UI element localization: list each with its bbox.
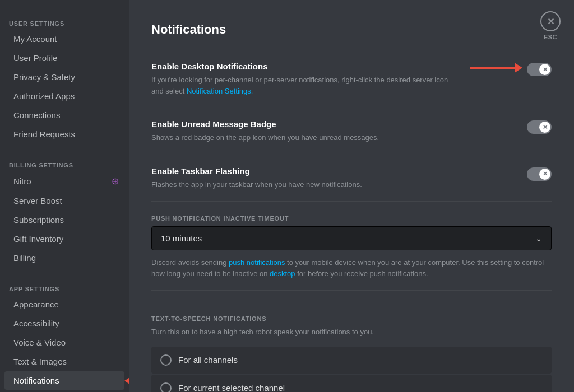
push-timeout-dropdown[interactable]: 10 minutes ⌄ [151, 226, 552, 250]
push-description: Discord avoids sending push notification… [151, 257, 552, 279]
radio-outer-all [160, 354, 172, 366]
tts-section: Text-To-Speech Notifications Turn this o… [151, 290, 552, 392]
chevron-down-icon: ⌄ [535, 234, 542, 243]
sidebar-section-user-settings: User Settings [0, 11, 129, 29]
desktop-notifications-text: Enable Desktop Notifications If you're l… [151, 62, 470, 96]
taskbar-flashing-label: Enable Taskbar Flashing [151, 166, 516, 176]
sidebar-item-connections[interactable]: Connections [4, 106, 124, 124]
notification-settings-link[interactable]: Notification Settings. [187, 87, 253, 95]
toggle-knob-2: ✕ [539, 122, 550, 133]
push-section-header: Push Notification Inactive Timeout [151, 215, 552, 222]
sidebar-item-nitro[interactable]: Nitro ⊕ [4, 171, 124, 191]
unread-badge-label: Enable Unread Message Badge [151, 119, 516, 129]
nitro-icon: ⊕ [112, 176, 119, 186]
unread-badge-text: Enable Unread Message Badge Shows a red … [151, 119, 527, 143]
esc-label: ESC [544, 34, 557, 40]
sidebar-item-subscriptions[interactable]: Subscriptions [4, 211, 124, 229]
desktop-notifications-label: Enable Desktop Notifications [151, 62, 459, 71]
toggle-track-2: ✕ [527, 120, 552, 134]
toggle-x-icon: ✕ [543, 66, 548, 73]
unread-badge-toggle[interactable]: ✕ [527, 120, 552, 134]
sidebar-item-appearance[interactable]: Appearance [4, 295, 124, 314]
push-notifications-link: push notifications [229, 258, 285, 267]
taskbar-flashing-toggle[interactable]: ✕ [527, 167, 552, 181]
toggle-arrow-indicator [470, 63, 522, 73]
sidebar-item-server-boost[interactable]: Server Boost [4, 192, 124, 210]
radio-all-channels[interactable]: For all channels [151, 347, 552, 374]
sidebar-item-accessibility[interactable]: Accessibility [4, 314, 124, 333]
toggle-x-icon-2: ✕ [543, 124, 548, 131]
desktop-notifications-row: Enable Desktop Notifications If you're l… [151, 50, 552, 108]
desktop-notifications-desc: If you're looking for per-channel or per… [151, 74, 459, 96]
main-content: ✕ ESC Notifications Enable Desktop Notif… [129, 0, 574, 392]
sidebar-section-billing-settings: Billing Settings [0, 153, 129, 171]
sidebar-item-friend-requests[interactable]: Friend Requests [4, 125, 124, 143]
radio-current-channel[interactable]: For current selected channel [151, 375, 552, 393]
sidebar-section-app-settings: App Settings [0, 277, 129, 295]
sidebar-item-text-images[interactable]: Text & Images [4, 352, 124, 371]
sidebar-divider-2 [9, 272, 120, 272]
sidebar-item-my-account[interactable]: My Account [4, 30, 124, 48]
tts-section-header: Text-To-Speech Notifications [151, 315, 552, 322]
sidebar: User Settings My Account User Profile Pr… [0, 0, 129, 392]
desktop-notifications-toggle[interactable]: ✕ [527, 63, 552, 76]
radio-label-current: For current selected channel [178, 383, 285, 392]
nitro-label: Nitro [13, 176, 31, 186]
dropdown-value: 10 minutes [161, 234, 202, 243]
taskbar-flashing-text: Enable Taskbar Flashing Flashes the app … [151, 166, 527, 190]
notifications-label: Notifications [13, 376, 59, 385]
sidebar-arrow-indicator [124, 376, 129, 386]
sidebar-item-gift-inventory[interactable]: Gift Inventory [4, 230, 124, 248]
unread-badge-desc: Shows a red badge on the app icon when y… [151, 132, 516, 143]
toggle-x-icon-3: ✕ [543, 170, 548, 178]
toggle-knob: ✕ [539, 64, 550, 75]
push-section: Push Notification Inactive Timeout 10 mi… [151, 215, 552, 279]
taskbar-flashing-desc: Flashes the app in your taskbar when you… [151, 179, 516, 190]
esc-circle-icon: ✕ [540, 11, 561, 31]
radio-label-all: For all channels [178, 355, 238, 365]
page-title: Notifications [151, 22, 552, 37]
esc-button[interactable]: ✕ ESC [540, 11, 561, 40]
tts-description: Turn this on to have a high tech robot s… [151, 326, 552, 338]
taskbar-flashing-row: Enable Taskbar Flashing Flashes the app … [151, 155, 552, 202]
toggle-track-3: ✕ [527, 167, 552, 181]
sidebar-item-billing[interactable]: Billing [4, 249, 124, 267]
toggle-track: ✕ [527, 63, 552, 76]
sidebar-item-privacy-safety[interactable]: Privacy & Safety [4, 68, 124, 86]
sidebar-item-voice-video[interactable]: Voice & Video [4, 333, 124, 352]
toggle-knob-3: ✕ [539, 169, 550, 180]
sidebar-item-user-profile[interactable]: User Profile [4, 49, 124, 67]
sidebar-item-authorized-apps[interactable]: Authorized Apps [4, 87, 124, 105]
unread-badge-row: Enable Unread Message Badge Shows a red … [151, 108, 552, 155]
sidebar-divider-1 [9, 148, 120, 148]
radio-outer-current [160, 382, 172, 393]
sidebar-item-notifications[interactable]: Notifications [4, 371, 124, 390]
desktop-link: desktop [270, 269, 295, 278]
